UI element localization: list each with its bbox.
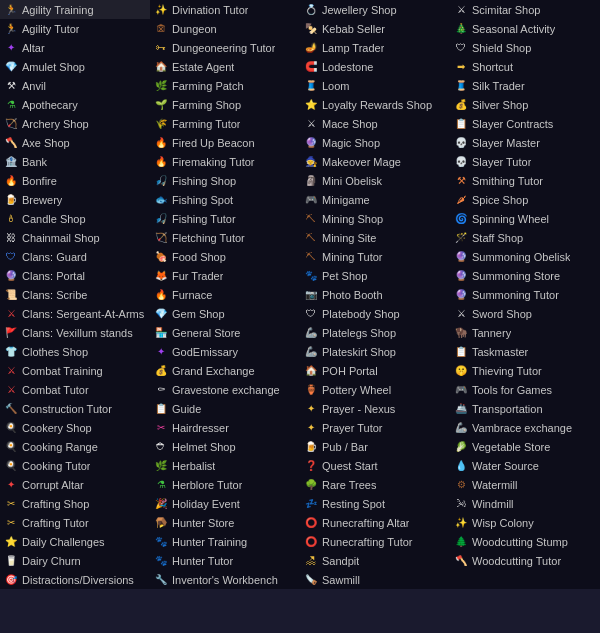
list-item[interactable]: 💎Amulet Shop [0, 57, 150, 76]
list-item[interactable]: ⚒Anvil [0, 76, 150, 95]
list-item[interactable]: 🧵Loom [300, 76, 450, 95]
list-item[interactable]: 🧵Silk Trader [450, 76, 600, 95]
list-item[interactable]: 🔥Fired Up Beacon [150, 133, 300, 152]
list-item[interactable]: ❓Quest Start [300, 456, 450, 475]
list-item[interactable]: ⭐Daily Challenges [0, 532, 150, 551]
list-item[interactable]: 🚩Clans: Vexillum stands [0, 323, 150, 342]
list-item[interactable]: ✦Altar [0, 38, 150, 57]
list-item[interactable]: ✦Prayer Tutor [300, 418, 450, 437]
list-item[interactable]: 🧙Makeover Mage [300, 152, 450, 171]
list-item[interactable]: 🌱Farming Shop [150, 95, 300, 114]
list-item[interactable]: ➡Shortcut [450, 57, 600, 76]
list-item[interactable]: 🎄Seasonal Activity [450, 19, 600, 38]
list-item[interactable]: 🌀Spinning Wheel [450, 209, 600, 228]
list-item[interactable]: ⚗Apothecary [0, 95, 150, 114]
list-item[interactable]: 🔥Furnace [150, 285, 300, 304]
list-item[interactable]: 💍Jewellery Shop [300, 0, 450, 19]
list-item[interactable]: ⛏Mining Site [300, 228, 450, 247]
list-item[interactable]: 🍢Kebab Seller [300, 19, 450, 38]
list-item[interactable]: ⚰Gravestone exchange [150, 380, 300, 399]
list-item[interactable]: 🛡Shield Shop [450, 38, 600, 57]
list-item[interactable]: 🏦Bank [0, 152, 150, 171]
list-item[interactable]: ⚔Combat Tutor [0, 380, 150, 399]
list-item[interactable]: 🐾Hunter Tutor [150, 551, 300, 570]
list-item[interactable]: ⚙Watermill [450, 475, 600, 494]
list-item[interactable]: 🪓Woodcutting Tutor [450, 551, 600, 570]
list-item[interactable]: 🦾Platelegs Shop [300, 323, 450, 342]
list-item[interactable]: ⛑Helmet Shop [150, 437, 300, 456]
list-item[interactable]: ⭕Runecrafting Altar [300, 513, 450, 532]
list-item[interactable]: 🛡Platebody Shop [300, 304, 450, 323]
list-item[interactable]: 🎮Tools for Games [450, 380, 600, 399]
list-item[interactable]: 🌲Woodcutting Stump [450, 532, 600, 551]
list-item[interactable]: ✂Hairdresser [150, 418, 300, 437]
list-item[interactable]: 🔮Summoning Obelisk [450, 247, 600, 266]
list-item[interactable]: 🔥Firemaking Tutor [150, 152, 300, 171]
list-item[interactable]: 🗝Dungeoneering Tutor [150, 38, 300, 57]
list-item[interactable]: 🪚Sawmill [300, 570, 450, 589]
list-item[interactable]: 🐾Pet Shop [300, 266, 450, 285]
list-item[interactable]: 🍳Cooking Tutor [0, 456, 150, 475]
list-item[interactable]: 🎮Minigame [300, 190, 450, 209]
list-item[interactable]: 🍖Food Shop [150, 247, 300, 266]
list-item[interactable]: 💰Silver Shop [450, 95, 600, 114]
list-item[interactable]: 🛡Clans: Guard [0, 247, 150, 266]
list-item[interactable]: 🏃Agility Tutor [0, 19, 150, 38]
list-item[interactable]: ✨Divination Tutor [150, 0, 300, 19]
list-item[interactable]: 🪓Axe Shop [0, 133, 150, 152]
list-item[interactable]: 📋Slayer Contracts [450, 114, 600, 133]
list-item[interactable]: ✦Corrupt Altar [0, 475, 150, 494]
list-item[interactable]: ⭕Runecrafting Tutor [300, 532, 450, 551]
list-item[interactable]: 🏪General Store [150, 323, 300, 342]
list-item[interactable]: 🦊Fur Trader [150, 266, 300, 285]
list-item[interactable]: 🔮Clans: Portal [0, 266, 150, 285]
list-item[interactable]: ⛓Chainmail Shop [0, 228, 150, 247]
list-item[interactable]: 🪄Staff Shop [450, 228, 600, 247]
list-item[interactable]: 🍳Cooking Range [0, 437, 150, 456]
list-item[interactable]: 🦾Plateskirt Shop [300, 342, 450, 361]
list-item[interactable]: ✂Crafting Shop [0, 494, 150, 513]
list-item[interactable]: 📜Clans: Scribe [0, 285, 150, 304]
list-item[interactable]: 🔮Magic Shop [300, 133, 450, 152]
list-item[interactable]: ⚔Sword Shop [450, 304, 600, 323]
list-item[interactable]: 🌿Herbalist [150, 456, 300, 475]
list-item[interactable]: 💤Resting Spot [300, 494, 450, 513]
list-item[interactable]: 🔥Bonfire [0, 171, 150, 190]
list-item[interactable]: ⚒Smithing Tutor [450, 171, 600, 190]
list-item[interactable]: 💀Slayer Master [450, 133, 600, 152]
list-item[interactable]: 🏠POH Portal [300, 361, 450, 380]
list-item[interactable]: 🥛Dairy Churn [0, 551, 150, 570]
list-item[interactable]: 🧲Lodestone [300, 57, 450, 76]
list-item[interactable]: 🏚Dungeon [150, 19, 300, 38]
list-item[interactable]: 🌬Windmill [450, 494, 600, 513]
list-item[interactable]: 🎣Fishing Tutor [150, 209, 300, 228]
list-item[interactable]: 📷Photo Booth [300, 285, 450, 304]
list-item[interactable]: 🔨Construction Tutor [0, 399, 150, 418]
list-item[interactable]: ⛏Mining Tutor [300, 247, 450, 266]
list-item[interactable]: 🏃Agility Training [0, 0, 150, 19]
list-item[interactable]: 🤫Thieving Tutor [450, 361, 600, 380]
list-item[interactable]: 🔧Inventor's Workbench [150, 570, 300, 589]
list-item[interactable]: 🕯Candle Shop [0, 209, 150, 228]
list-item[interactable]: ✂Crafting Tutor [0, 513, 150, 532]
list-item[interactable]: 🌾Farming Tutor [150, 114, 300, 133]
list-item[interactable]: ⚔Combat Training [0, 361, 150, 380]
list-item[interactable]: 🐾Hunter Training [150, 532, 300, 551]
list-item[interactable]: 🦾Vambrace exchange [450, 418, 600, 437]
list-item[interactable]: 🏺Pottery Wheel [300, 380, 450, 399]
list-item[interactable]: 🏹Fletching Tutor [150, 228, 300, 247]
list-item[interactable]: 🎣Fishing Shop [150, 171, 300, 190]
list-item[interactable]: 📋Taskmaster [450, 342, 600, 361]
list-item[interactable]: 🍳Cookery Shop [0, 418, 150, 437]
list-item[interactable]: 🎯Distractions/Diversions [0, 570, 150, 589]
list-item[interactable]: 🔮Summoning Tutor [450, 285, 600, 304]
list-item[interactable]: ⛏Mining Shop [300, 209, 450, 228]
list-item[interactable]: 🌳Rare Trees [300, 475, 450, 494]
list-item[interactable]: 🗿Mini Obelisk [300, 171, 450, 190]
list-item[interactable]: 🥬Vegetable Store [450, 437, 600, 456]
list-item[interactable]: 💰Grand Exchange [150, 361, 300, 380]
list-item[interactable]: ⭐Loyalty Rewards Shop [300, 95, 450, 114]
list-item[interactable]: 🍺Pub / Bar [300, 437, 450, 456]
list-item[interactable]: ⚔Clans: Sergeant-At-Arms [0, 304, 150, 323]
list-item[interactable]: ⚔Scimitar Shop [450, 0, 600, 19]
